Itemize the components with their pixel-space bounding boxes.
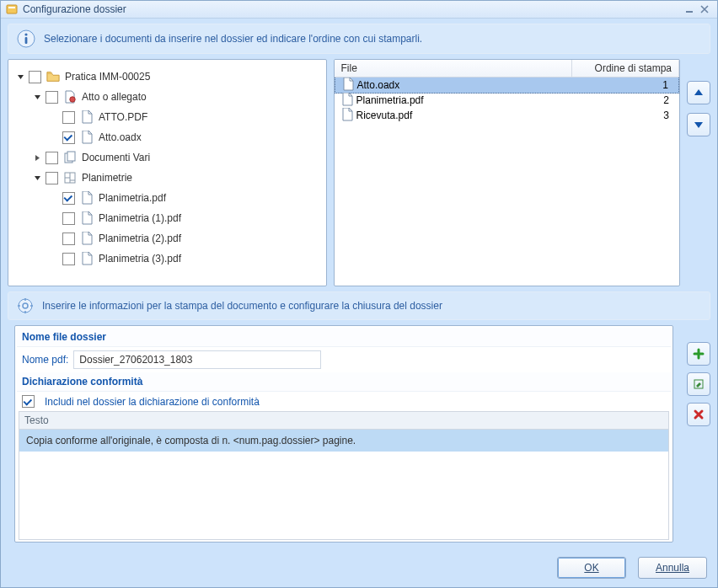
expander-icon[interactable] xyxy=(32,152,42,163)
decl-checkbox[interactable] xyxy=(22,395,35,408)
cancel-button[interactable]: Annulla xyxy=(638,557,707,579)
file-icon xyxy=(342,78,354,94)
tree-row[interactable]: Planimetria (3).pdf xyxy=(49,249,323,269)
svg-rect-8 xyxy=(67,152,75,161)
tree-row[interactable]: Planimetria (1).pdf xyxy=(49,208,323,228)
tree-node-label: Pratica IMM-00025 xyxy=(65,71,150,83)
tree-node-label: ATTO.PDF xyxy=(99,111,147,123)
tree-node-icon xyxy=(80,232,94,245)
tree-node-icon xyxy=(46,70,60,83)
minimize-button[interactable] xyxy=(682,3,697,15)
list-row[interactable]: Planimetria.pdf2 xyxy=(335,93,679,108)
tree-row[interactable]: Planimetria (2).pdf xyxy=(49,228,323,249)
tree-row[interactable]: Atto o allegato xyxy=(32,87,323,107)
window: Configurazione dossier Selezionare i doc… xyxy=(0,0,718,588)
tree-node-icon xyxy=(63,90,77,104)
tree-node-icon xyxy=(63,171,77,184)
list-row[interactable]: Ricevuta.pdf3 xyxy=(335,108,679,123)
info-text-top: Selezionare i documenti da inserire nel … xyxy=(44,33,422,45)
tree-node-icon xyxy=(80,211,94,225)
info-strip-mid: Inserire le informazioni per la stampa d… xyxy=(8,291,710,320)
svg-rect-2 xyxy=(686,11,693,13)
col-header-file[interactable]: File xyxy=(335,60,572,77)
svg-point-4 xyxy=(24,33,27,35)
name-row: Nome pdf: xyxy=(17,347,671,372)
section-title-decl: Dichiarazione conformità xyxy=(17,372,671,392)
tree-node-icon xyxy=(80,131,94,144)
list-file-name: Atto.oadx xyxy=(357,79,400,91)
tree-row[interactable]: ATTO.PDF xyxy=(49,107,323,127)
svg-rect-5 xyxy=(25,37,28,44)
delete-testo-button[interactable] xyxy=(687,403,710,426)
tree-checkbox[interactable] xyxy=(46,172,58,184)
gear-icon xyxy=(17,297,34,314)
testo-list[interactable]: Copia conforme all'originale, è composta… xyxy=(19,430,669,540)
testo-row[interactable]: Copia conforme all'originale, è composta… xyxy=(19,430,668,452)
lower-area: Nome file dossier Nome pdf: Dichiarazion… xyxy=(8,320,710,543)
file-list-body: Atto.oadx1Planimetria.pdf2Ricevuta.pdf3 xyxy=(335,78,679,286)
tree-checkbox[interactable] xyxy=(62,192,75,205)
tree-node-label: Planimetria (3).pdf xyxy=(99,253,181,265)
tree-node-label: Planimetria (2).pdf xyxy=(99,233,181,244)
testo-side-buttons xyxy=(687,320,710,543)
tree-node-label: Documenti Vari xyxy=(82,152,150,163)
col-header-order[interactable]: Ordine di stampa xyxy=(572,60,679,77)
expander-icon[interactable] xyxy=(32,173,42,183)
tree-node-label: Atto.oadx xyxy=(99,131,142,143)
decl-check-label: Includi nel dossier la dichiarazione di … xyxy=(45,396,260,408)
info-strip-top: Selezionare i documenti da inserire nel … xyxy=(8,24,710,54)
tree-checkbox[interactable] xyxy=(62,111,75,124)
tree-node-icon xyxy=(80,252,94,265)
file-list-header: File Ordine di stampa xyxy=(335,60,679,78)
config-section: Nome file dossier Nome pdf: Dichiarazion… xyxy=(14,325,673,543)
tree-node-icon xyxy=(63,151,77,164)
tree-checkbox[interactable] xyxy=(62,131,75,144)
svg-point-6 xyxy=(70,97,75,102)
list-row[interactable]: Atto.oadx1 xyxy=(335,78,679,94)
expander-icon[interactable] xyxy=(15,72,25,82)
list-order-value: 3 xyxy=(570,110,679,121)
section-title-name: Nome file dossier xyxy=(17,328,671,347)
main-split: Pratica IMM-00025Atto o allegatoATTO.PDF… xyxy=(8,59,710,286)
ok-button[interactable]: OK xyxy=(557,557,626,579)
testo-header: Testo xyxy=(19,411,669,430)
file-icon xyxy=(341,108,353,124)
move-down-button[interactable] xyxy=(687,113,710,136)
list-file-name: Ricevuta.pdf xyxy=(356,110,413,121)
tree-checkbox[interactable] xyxy=(46,152,58,164)
tree-checkbox[interactable] xyxy=(62,253,75,265)
list-order-value: 2 xyxy=(570,94,679,106)
svg-rect-0 xyxy=(7,5,17,13)
tree-checkbox[interactable] xyxy=(62,212,75,225)
tree-row[interactable]: Planimetria.pdf xyxy=(49,188,323,208)
info-icon xyxy=(17,29,35,48)
tree-panel: Pratica IMM-00025Atto o allegatoATTO.PDF… xyxy=(8,59,327,286)
tree-node-label: Planimetrie xyxy=(82,172,132,184)
app-icon xyxy=(6,3,18,15)
tree-row[interactable]: Pratica IMM-00025 xyxy=(15,67,323,87)
file-list-panel: File Ordine di stampa Atto.oadx1Planimet… xyxy=(334,59,680,286)
tree-node-icon xyxy=(80,110,94,124)
name-input[interactable] xyxy=(73,350,321,369)
tree-row[interactable]: Atto.oadx xyxy=(49,127,323,147)
tree-node-icon xyxy=(80,191,94,205)
edit-testo-button[interactable] xyxy=(687,372,710,396)
list-order-value: 1 xyxy=(569,79,678,91)
tree-checkbox[interactable] xyxy=(46,91,58,104)
tree-row[interactable]: Documenti Vari xyxy=(32,147,323,168)
tree-node-label: Atto o allegato xyxy=(82,91,147,103)
name-label: Nome pdf: xyxy=(22,354,68,366)
footer: OK Annulla xyxy=(1,550,717,587)
svg-rect-1 xyxy=(8,7,15,8)
close-button[interactable] xyxy=(697,3,712,15)
titlebar: Configurazione dossier xyxy=(1,1,717,19)
tree-row[interactable]: Planimetrie xyxy=(32,168,323,188)
window-title: Configurazione dossier xyxy=(23,3,126,15)
move-up-button[interactable] xyxy=(687,81,710,104)
expander-icon[interactable] xyxy=(32,92,42,102)
reorder-buttons xyxy=(687,59,710,286)
tree-checkbox[interactable] xyxy=(29,71,41,83)
tree-node-label: Planimetria (1).pdf xyxy=(99,212,181,224)
tree-checkbox[interactable] xyxy=(62,233,75,245)
add-testo-button[interactable] xyxy=(687,342,710,366)
